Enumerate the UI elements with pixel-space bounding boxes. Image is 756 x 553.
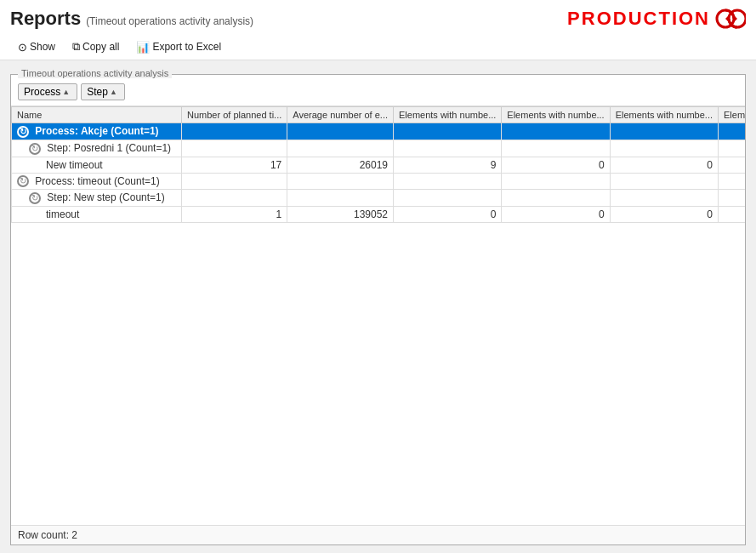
- row-val2: [287, 140, 394, 157]
- step-icon: ↻: [29, 143, 41, 155]
- header-left: Reports (Timeout operations activity ana…: [10, 8, 253, 30]
- table-row[interactable]: ↻ Process: timeout (Count=1): [12, 173, 746, 190]
- col-elem2: Elements with numbe...: [502, 107, 610, 123]
- data-table: Name Number of planned ti... Average num…: [11, 106, 745, 223]
- row-val6: [719, 173, 745, 190]
- filter-bar: Process ▲ Step ▲: [11, 78, 745, 106]
- step2-icon: ↻: [29, 192, 41, 204]
- row-val4: [502, 173, 610, 190]
- row-val5: [610, 173, 718, 190]
- row-val5: [610, 123, 718, 140]
- show-icon: ⊙: [18, 41, 27, 54]
- col-avg: Average number of e...: [287, 107, 394, 123]
- process-icon: ↻: [17, 126, 29, 138]
- row-val3: [394, 140, 502, 157]
- page-subtitle: (Timeout operations activity analysis): [86, 15, 253, 27]
- process-filter-label: Process: [24, 86, 60, 98]
- copy-icon: ⧉: [72, 40, 80, 54]
- col-planned: Number of planned ti...: [182, 107, 287, 123]
- export-button[interactable]: 📊 Export to Excel: [128, 38, 229, 56]
- table-container: Name Number of planned ti... Average num…: [11, 106, 745, 525]
- row-val2: [287, 173, 394, 190]
- row-name: ↻ Process: Akcje (Count=1): [12, 123, 182, 140]
- copy-all-button[interactable]: ⧉ Copy all: [65, 37, 127, 56]
- row-val6: 1: [719, 207, 745, 223]
- row-count: Row count: 2: [18, 529, 77, 541]
- row-val3: [394, 123, 502, 140]
- table-row[interactable]: ↻ Step: New step (Count=1): [12, 190, 746, 207]
- row-val5: 0: [610, 207, 718, 223]
- svg-marker-1: [734, 15, 737, 22]
- row-val1: 1: [182, 207, 287, 223]
- row-val5: 0: [610, 157, 718, 173]
- row-val5: [610, 190, 718, 207]
- row-val4: 0: [502, 157, 610, 173]
- header: Reports (Timeout operations activity ana…: [0, 0, 756, 34]
- row-name: ↻ Step: Posredni 1 (Count=1): [12, 140, 182, 157]
- row-val6: [719, 123, 745, 140]
- row-name: ↻ Process: timeout (Count=1): [12, 173, 182, 190]
- row-val4: [502, 140, 610, 157]
- show-button[interactable]: ⊙ Show: [10, 38, 63, 56]
- panel-title: Timeout operations activity analysis: [18, 68, 172, 78]
- col-elem1: Elements with numbe...: [394, 107, 502, 123]
- row-val5: [610, 140, 718, 157]
- row-val2: [287, 123, 394, 140]
- row-val2: 139052: [287, 207, 394, 223]
- logo-text: PRODUCTION: [567, 8, 710, 30]
- table-row[interactable]: timeout 1 139052 0 0 0 1: [12, 207, 746, 223]
- row-name: ↻ Step: New step (Count=1): [12, 190, 182, 207]
- table-row[interactable]: ↻ Step: Posredni 1 (Count=1): [12, 140, 746, 157]
- col-name: Name: [12, 107, 182, 123]
- row-val1: [182, 190, 287, 207]
- row-val1: [182, 140, 287, 157]
- table-row[interactable]: ↻ Process: Akcje (Count=1): [12, 123, 746, 140]
- row-val4: [502, 123, 610, 140]
- row-val3: 9: [394, 157, 502, 173]
- row-name: timeout: [12, 207, 182, 223]
- panel: Timeout operations activity analysis Pro…: [10, 74, 746, 545]
- step-filter-label: Step: [87, 86, 108, 98]
- row-val3: 0: [394, 207, 502, 223]
- row-val2: 26019: [287, 157, 394, 173]
- step-filter-button[interactable]: Step ▲: [81, 83, 125, 100]
- export-label: Export to Excel: [152, 41, 221, 53]
- col-elem4: Elements with number...: [719, 107, 745, 123]
- row-val1: 17: [182, 157, 287, 173]
- header-logo: PRODUCTION: [567, 7, 746, 31]
- row-val4: 0: [502, 207, 610, 223]
- toolbar: ⊙ Show ⧉ Copy all 📊 Export to Excel: [0, 34, 756, 60]
- step-filter-arrow: ▲: [110, 88, 117, 96]
- main-content: Timeout operations activity analysis Pro…: [0, 60, 756, 545]
- col-elem3: Elements with numbe...: [610, 107, 718, 123]
- table-header-row: Name Number of planned ti... Average num…: [12, 107, 746, 123]
- export-icon: 📊: [136, 41, 150, 54]
- row-val6: 8: [719, 157, 745, 173]
- row-val3: [394, 190, 502, 207]
- svg-marker-3: [725, 15, 729, 22]
- row-val6: [719, 190, 745, 207]
- row-val1: [182, 123, 287, 140]
- table-row[interactable]: New timeout 17 26019 9 0 0 8: [12, 157, 746, 173]
- process-filter-button[interactable]: Process ▲: [18, 83, 77, 100]
- process2-icon: ↻: [17, 175, 29, 187]
- row-val2: [287, 190, 394, 207]
- process-filter-arrow: ▲: [62, 88, 70, 96]
- page-title: Reports: [10, 8, 81, 30]
- row-val1: [182, 173, 287, 190]
- row-val4: [502, 190, 610, 207]
- row-name: New timeout: [12, 157, 182, 173]
- footer: Row count: 2: [11, 525, 745, 544]
- copy-all-label: Copy all: [82, 41, 119, 53]
- logo-icon: [713, 7, 746, 31]
- row-val6: [719, 140, 745, 157]
- row-val3: [394, 173, 502, 190]
- show-label: Show: [30, 41, 55, 53]
